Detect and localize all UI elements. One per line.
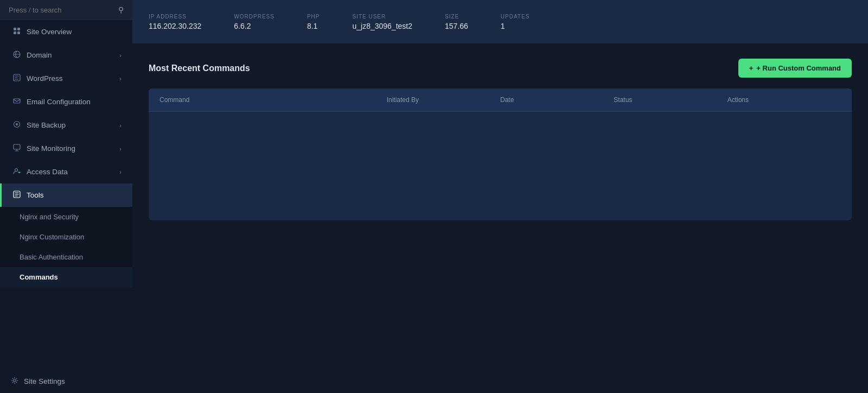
sidebar-sub-item-nginx-security[interactable]: Nginx and Security [0,207,132,227]
search-bar[interactable]: ⚲ [0,0,132,20]
run-button-label: + Run Custom Command [756,64,841,72]
site-backup-icon [12,121,21,130]
site-settings-icon [11,377,18,386]
sidebar-item-label: Email Configuration [27,98,91,106]
site-user-label: SITE USER [352,14,412,20]
svg-rect-5 [14,99,20,103]
access-data-icon [12,167,21,176]
sidebar-item-site-monitoring[interactable]: Site Monitoring › [0,137,132,160]
sidebar-sub-item-basic-authentication[interactable]: Basic Authentication [0,247,132,267]
sidebar-item-label: Domain [27,51,52,59]
sidebar-item-label: Site Backup [27,121,66,129]
sidebar-nav: Site Overview Domain › WordPress › Email… [0,20,132,287]
email-icon [12,97,21,106]
chevron-right-icon: › [119,169,122,175]
sidebar-sub-item-nginx-customization[interactable]: Nginx Customization [0,227,132,247]
run-custom-command-button[interactable]: + + Run Custom Command [738,59,852,78]
info-bar: IP ADDRESS 116.202.30.232 WORDPRESS 6.6.… [132,0,868,43]
nginx-security-label: Nginx and Security [20,213,79,221]
php-label: PHP [307,14,320,20]
search-input[interactable] [9,6,114,14]
sidebar-item-site-backup[interactable]: Site Backup › [0,113,132,137]
nginx-customization-label: Nginx Customization [20,233,84,241]
sidebar-item-access-data[interactable]: Access Data › [0,160,132,183]
sidebar-sub-item-commands[interactable]: Commands [0,267,132,287]
info-col-php: PHP 8.1 [307,14,320,30]
sidebar-item-label: Site Overview [27,28,72,36]
info-col-wordpress: WORDPRESS 6.6.2 [234,14,275,30]
commands-table: Command Initiated By Date Status Actions [149,88,852,220]
commands-label: Commands [20,273,58,281]
chevron-right-icon: › [119,52,122,59]
table-body [149,112,852,220]
col-command: Command [159,96,387,104]
ip-address-value: 116.202.30.232 [149,22,201,30]
site-settings-label: Site Settings [24,377,65,385]
basic-authentication-label: Basic Authentication [20,253,83,261]
ip-address-label: IP ADDRESS [149,14,201,20]
sidebar-item-wordpress[interactable]: WordPress › [0,67,132,90]
svg-rect-2 [14,31,16,34]
chevron-right-icon: › [119,145,122,152]
sidebar-item-domain[interactable]: Domain › [0,43,132,67]
content-area: Most Recent Commands + + Run Custom Comm… [132,43,868,393]
search-icon: ⚲ [118,5,124,14]
sidebar: ⚲ Site Overview Domain › WordPress › [0,0,132,393]
plus-icon: + [749,64,754,72]
domain-icon [12,50,21,60]
svg-point-9 [15,169,18,172]
sidebar-item-label: Tools [27,191,44,199]
svg-point-11 [14,379,16,382]
svg-rect-1 [17,28,20,30]
wordpress-value: 6.6.2 [234,22,275,30]
info-col-ip: IP ADDRESS 116.202.30.232 [149,14,201,30]
site-monitoring-icon [12,144,21,153]
chevron-right-icon: › [119,122,122,129]
chevron-right-icon: › [119,75,122,82]
svg-rect-0 [14,28,16,30]
info-col-site-user: SITE USER u_jz8_3096_test2 [352,14,412,30]
info-col-size: SIZE 157.66 [445,14,468,30]
updates-value: 1 [501,22,530,30]
col-initiated-by: Initiated By [387,96,500,104]
section-title: Most Recent Commands [149,64,250,73]
sidebar-item-site-overview[interactable]: Site Overview [0,20,132,43]
wordpress-label: WORDPRESS [234,14,275,20]
main-content: IP ADDRESS 116.202.30.232 WORDPRESS 6.6.… [132,0,868,393]
sidebar-item-label: WordPress [27,74,63,83]
sidebar-item-label: Access Data [27,168,68,176]
tools-icon [12,191,21,200]
col-status: Status [614,96,727,104]
svg-rect-3 [17,31,20,34]
sidebar-item-tools[interactable]: Tools [0,183,132,207]
site-overview-icon [12,27,21,36]
info-col-updates: UPDATES 1 [501,14,530,30]
section-header: Most Recent Commands + + Run Custom Comm… [149,59,852,78]
table-header: Command Initiated By Date Status Actions [149,88,852,112]
col-date: Date [500,96,614,104]
php-value: 8.1 [307,22,320,30]
sidebar-item-label: Site Monitoring [27,144,75,153]
size-value: 157.66 [445,22,468,30]
col-actions: Actions [727,96,841,104]
sidebar-item-site-settings[interactable]: Site Settings [0,370,132,393]
svg-point-7 [16,123,18,125]
sidebar-item-email-configuration[interactable]: Email Configuration [0,90,132,113]
updates-label: UPDATES [501,14,530,20]
wordpress-icon [12,74,21,83]
svg-rect-8 [14,144,20,149]
site-user-value: u_jz8_3096_test2 [352,22,412,30]
size-label: SIZE [445,14,468,20]
